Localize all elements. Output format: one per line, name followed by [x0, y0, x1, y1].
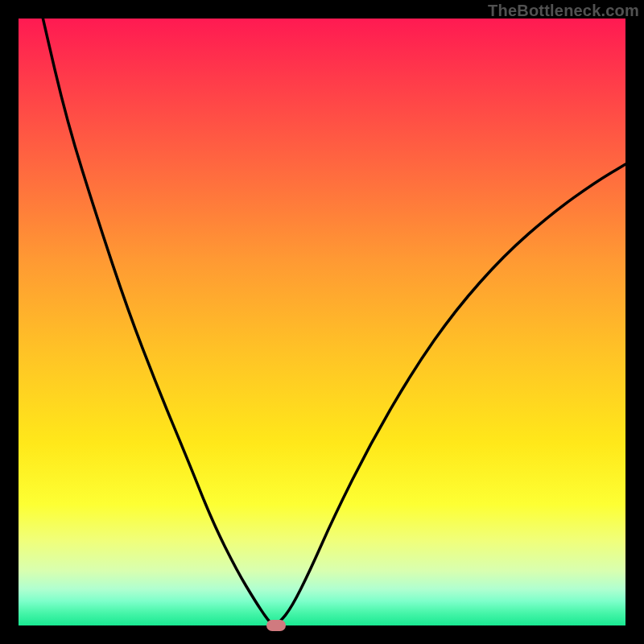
optimal-point-marker	[266, 620, 286, 631]
chart-plot-area	[19, 19, 625, 625]
watermark-text: TheBottleneck.com	[488, 2, 639, 20]
bottleneck-curve	[19, 19, 625, 625]
